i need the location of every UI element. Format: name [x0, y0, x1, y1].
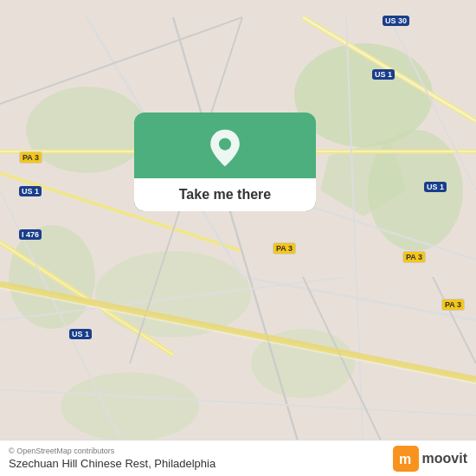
take-me-there-button[interactable]: Take me there	[134, 178, 316, 211]
attribution-text: © OpenStreetMap contributors	[9, 447, 215, 455]
moovit-logo: m moovit	[393, 446, 467, 472]
road-badge-us30: US 30	[383, 16, 409, 26]
svg-point-3	[26, 87, 147, 173]
road-badge-us1-left: US 1	[19, 186, 42, 196]
road-badge-pa3-left: PA 3	[19, 151, 42, 164]
road-badge-us1-mid: US 1	[424, 182, 447, 192]
road-badge-pa3-right: PA 3	[402, 251, 426, 263]
moovit-logo-icon: m	[393, 446, 419, 472]
road-badge-us1-top: US 1	[372, 69, 395, 80]
location-name: Szechuan Hill Chinese Rest, Philadelphia	[9, 457, 215, 470]
location-pin-icon	[205, 128, 245, 168]
svg-text:m: m	[399, 452, 411, 466]
road-badge-us1-bottom: US 1	[69, 329, 92, 339]
location-label: © OpenStreetMap contributors Szechuan Hi…	[9, 447, 215, 471]
map-container: US 30 US 1 US 1 PA 3 PA 3 PA 3 PA 3 I 47…	[0, 0, 476, 476]
bottom-bar: © OpenStreetMap contributors Szechuan Hi…	[0, 440, 476, 476]
road-badge-pa3-far: PA 3	[441, 299, 465, 311]
moovit-text: moovit	[422, 451, 467, 466]
svg-point-7	[61, 372, 199, 441]
moovit-m-icon: m	[397, 450, 415, 467]
road-badge-pa3-mid: PA 3	[273, 242, 296, 254]
svg-point-5	[95, 251, 251, 338]
popup-box: Take me there	[134, 113, 316, 211]
svg-point-33	[219, 138, 231, 151]
road-badge-i476: I 476	[19, 229, 42, 240]
popup-icon-area	[205, 113, 245, 178]
